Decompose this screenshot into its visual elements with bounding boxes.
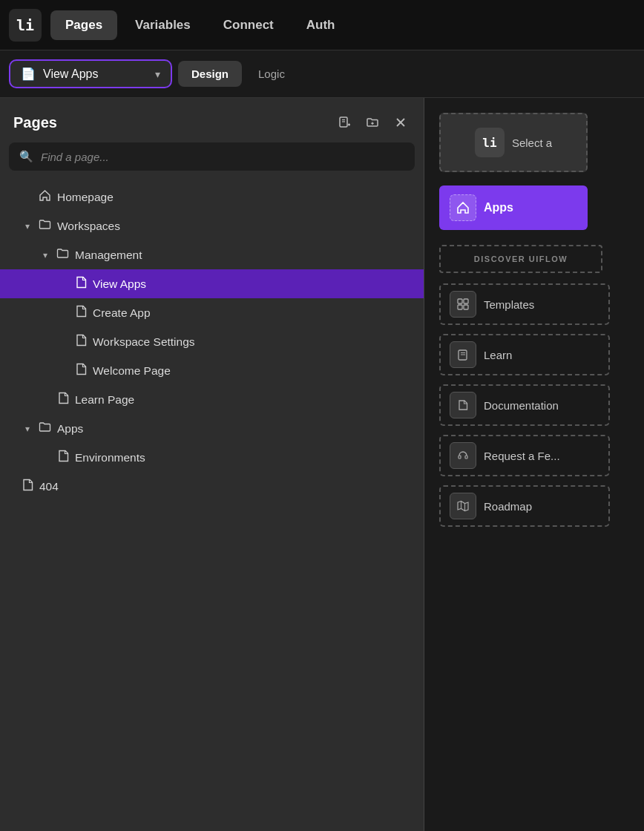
- logo-icon: li: [16, 16, 34, 34]
- pages-tree: Homepage ▾ Workspaces ▾: [0, 180, 424, 831]
- tree-item-label: Homepage: [57, 191, 114, 204]
- tree-item-label: Apps: [57, 422, 83, 436]
- folder-icon: [56, 247, 69, 263]
- pages-header: Pages: [0, 98, 424, 142]
- search-icon: 🔍: [19, 150, 33, 163]
- learn-label: Learn: [484, 349, 512, 361]
- canvas-documentation-widget: Documentation: [439, 384, 610, 426]
- view-selector[interactable]: 📄 View Apps ▾: [9, 59, 172, 88]
- new-folder-button[interactable]: [361, 111, 384, 134]
- logo-button[interactable]: li: [9, 9, 42, 42]
- templates-label: Templates: [484, 298, 534, 311]
- tree-item-label: Management: [75, 249, 142, 262]
- view-selector-label: View Apps: [43, 68, 148, 81]
- tree-item-label: Workspaces: [57, 220, 120, 233]
- tree-item-label: View Apps: [93, 277, 146, 291]
- logic-button[interactable]: Logic: [248, 61, 295, 87]
- grid-icon: [450, 291, 476, 318]
- map-icon: [450, 493, 476, 519]
- book-icon: [450, 341, 476, 368]
- svg-rect-10: [464, 299, 468, 303]
- page-icon: 📄: [21, 67, 36, 81]
- design-button[interactable]: Design: [178, 61, 242, 87]
- discover-label: DISCOVER UIFLOW: [474, 254, 568, 263]
- home-icon: [39, 189, 51, 205]
- page-icon: [76, 276, 87, 292]
- tree-item-environments[interactable]: Environments: [0, 443, 424, 472]
- tree-item-404[interactable]: 404: [0, 472, 424, 501]
- tree-item-label: Learn Page: [75, 393, 134, 407]
- canvas-logo-icon: li: [475, 128, 505, 157]
- svg-rect-16: [459, 456, 461, 459]
- page-icon: [76, 334, 87, 349]
- svg-rect-12: [464, 305, 468, 309]
- tree-item-create-app[interactable]: Create App: [0, 298, 424, 327]
- apps-label: Apps: [484, 201, 513, 214]
- page-icon: [22, 479, 33, 494]
- close-panel-button[interactable]: [390, 111, 412, 134]
- tree-item-learn-page[interactable]: Learn Page: [0, 385, 424, 414]
- tree-item-workspace-settings[interactable]: Workspace Settings: [0, 327, 424, 356]
- tree-item-label: Environments: [75, 451, 145, 464]
- tree-item-apps[interactable]: ▾ Apps: [0, 414, 424, 443]
- canvas-roadmap-widget: Roadmap: [439, 485, 610, 527]
- page-icon: [76, 363, 87, 378]
- nav-tab-pages[interactable]: Pages: [50, 10, 117, 40]
- page-icon: [58, 392, 69, 407]
- search-box: 🔍: [9, 142, 415, 171]
- search-container: 🔍: [0, 142, 424, 180]
- canvas-apps-widget: Apps: [439, 185, 588, 230]
- tree-item-management[interactable]: ▾ Management: [0, 240, 424, 269]
- canvas-templates-widget: Templates: [439, 283, 610, 325]
- nav-tab-variables[interactable]: Variables: [120, 10, 206, 40]
- page-icon: [76, 305, 87, 321]
- request-feature-label: Request a Fe...: [484, 450, 560, 462]
- pages-panel-title: Pages: [13, 114, 327, 131]
- tree-item-label: Welcome Page: [93, 364, 171, 378]
- canvas-discover-banner: DISCOVER UIFLOW: [439, 245, 602, 273]
- chevron-down-icon: ▾: [22, 221, 33, 231]
- tree-item-welcome-page[interactable]: Welcome Page: [0, 356, 424, 385]
- chevron-down-icon: ▾: [22, 424, 33, 434]
- documentation-label: Documentation: [484, 399, 559, 412]
- svg-rect-11: [458, 305, 462, 309]
- headset-icon: [450, 442, 476, 469]
- page-icon: [58, 450, 69, 465]
- canvas-panel: li Select a Apps DISCOVER UIFLOW: [424, 98, 644, 831]
- tree-item-label: 404: [39, 480, 59, 493]
- canvas-learn-widget: Learn: [439, 334, 610, 375]
- canvas-select-widget: li Select a: [439, 113, 588, 172]
- folder-icon: [39, 421, 51, 436]
- sub-header: 📄 View Apps ▾ Design Logic: [0, 50, 644, 98]
- nav-tab-connect[interactable]: Connect: [208, 10, 289, 40]
- chevron-down-icon: ▾: [155, 68, 160, 80]
- pages-header-actions: [333, 111, 412, 134]
- folder-icon: [39, 218, 51, 234]
- tree-item-label: Workspace Settings: [93, 335, 195, 349]
- pages-panel: Pages: [0, 98, 424, 831]
- main-area: Pages: [0, 98, 644, 831]
- tree-item-workspaces[interactable]: ▾ Workspaces: [0, 211, 424, 240]
- roadmap-label: Roadmap: [484, 500, 532, 513]
- top-navigation: li Pages Variables Connect Auth: [0, 0, 644, 50]
- canvas-select-text: Select a: [512, 137, 552, 149]
- svg-rect-17: [465, 456, 467, 459]
- new-page-button[interactable]: [333, 111, 355, 134]
- svg-rect-9: [458, 299, 462, 303]
- home-icon: [450, 194, 476, 221]
- search-input[interactable]: [41, 151, 404, 163]
- chevron-down-icon: ▾: [40, 250, 50, 260]
- tree-item-label: Create App: [93, 306, 151, 320]
- nav-tab-auth[interactable]: Auth: [292, 10, 350, 40]
- tree-item-homepage[interactable]: Homepage: [0, 183, 424, 211]
- canvas-request-feature-widget: Request a Fe...: [439, 435, 610, 476]
- tree-item-view-apps[interactable]: View Apps: [0, 269, 424, 298]
- doc-icon: [450, 392, 476, 418]
